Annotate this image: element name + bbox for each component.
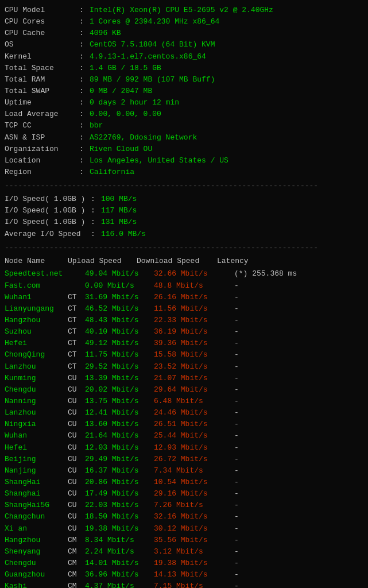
node-name: Lanzhou <box>5 407 68 419</box>
download-speed: 7.26 Mbit/s <box>154 500 234 511</box>
io-value: 100 MB/s <box>101 194 137 205</box>
download-speed: 7.34 Mbit/s <box>154 465 234 477</box>
node-type: CU <box>68 419 85 430</box>
info-label: OS <box>5 39 79 51</box>
latency: - <box>234 523 363 535</box>
node-name: Fast.com <box>5 280 68 292</box>
upload-speed: 17.49 Mbit/s <box>85 488 154 500</box>
latency: - <box>234 349 363 361</box>
header-node: Node Name <box>5 256 68 268</box>
node-name: Ningxia <box>5 419 68 430</box>
download-speed: 32.66 Mbit/s <box>154 268 234 280</box>
download-speed: 35.56 Mbit/s <box>154 535 234 546</box>
upload-speed: 11.75 Mbit/s <box>85 349 154 361</box>
node-type: CU <box>68 407 85 419</box>
node-name: Lanzhou <box>5 361 68 373</box>
upload-speed: 31.69 Mbit/s <box>85 292 154 303</box>
download-speed: 26.51 Mbit/s <box>154 419 234 430</box>
node-type: CU <box>68 384 85 396</box>
node-type: CM <box>68 581 85 588</box>
io-colon: : <box>91 194 101 205</box>
info-label: Load Average <box>5 109 79 120</box>
node-name: Shenyang <box>5 546 68 558</box>
latency: - <box>234 488 363 500</box>
node-type: CU <box>68 465 85 477</box>
table-row: ChangchunCU 18.50 Mbit/s32.16 Mbit/s- <box>5 511 363 523</box>
system-info-row: Load Average: 0.00, 0.00, 0.00 <box>5 109 363 120</box>
node-name: Suzhou <box>5 326 68 338</box>
table-row: NanjingCU 16.37 Mbit/s7.34 Mbit/s- <box>5 465 363 477</box>
latency: - <box>234 430 363 442</box>
info-colon: : <box>79 63 90 74</box>
upload-speed: 46.52 Mbit/s <box>85 303 154 315</box>
latency: - <box>234 419 363 430</box>
node-name: Changchun <box>5 511 68 523</box>
node-name: ShangHai5G <box>5 500 68 511</box>
node-name: Guangzhou <box>5 569 68 581</box>
node-type: CM <box>68 535 85 546</box>
table-row: HefeiCU 12.03 Mbit/s12.93 Mbit/s- <box>5 442 363 454</box>
download-speed: 12.93 Mbit/s <box>154 442 234 454</box>
table-row: GuangzhouCM 36.96 Mbit/s14.13 Mbit/s- <box>5 569 363 581</box>
network-table-section: Node NameUpload SpeedDownload SpeedLaten… <box>5 256 363 588</box>
latency: - <box>234 396 363 407</box>
table-row: WuhanCU 21.64 Mbit/s25.44 Mbit/s- <box>5 430 363 442</box>
info-colon: : <box>79 39 90 51</box>
upload-speed: 14.01 Mbit/s <box>85 558 154 569</box>
io-row: Average I/O Speed: 116.0 MB/s <box>5 229 363 240</box>
latency: (*) 255.368 ms <box>234 268 363 280</box>
node-type: CT <box>68 349 85 361</box>
info-label: Location <box>5 155 79 167</box>
upload-speed: 22.03 Mbit/s <box>85 500 154 511</box>
upload-speed: 13.60 Mbit/s <box>85 419 154 430</box>
node-name: ChongQing <box>5 349 68 361</box>
download-speed: 22.33 Mbit/s <box>154 315 234 326</box>
upload-speed: 20.02 Mbit/s <box>85 384 154 396</box>
upload-speed: 12.41 Mbit/s <box>85 407 154 419</box>
download-speed: 10.54 Mbit/s <box>154 477 234 488</box>
system-info-row: Location: Los Angeles, United States / U… <box>5 155 363 167</box>
node-name: Hefei <box>5 338 68 349</box>
info-colon: : <box>79 132 90 144</box>
download-speed: 29.16 Mbit/s <box>154 488 234 500</box>
node-name: Kashi <box>5 581 68 588</box>
download-speed: 36.19 Mbit/s <box>154 326 234 338</box>
info-value: AS22769, Ddosing Network <box>90 132 197 144</box>
latency: - <box>234 280 363 292</box>
node-name: Shanghai <box>5 488 68 500</box>
node-name: Xi an <box>5 523 68 535</box>
io-label: I/O Speed( 1.0GB ) <box>5 194 91 205</box>
latency: - <box>234 442 363 454</box>
table-row: LanzhouCT 29.52 Mbit/s23.52 Mbit/s- <box>5 361 363 373</box>
latency: - <box>234 361 363 373</box>
info-label: Region <box>5 167 79 178</box>
download-speed: 3.12 Mbit/s <box>154 546 234 558</box>
info-label: Total RAM <box>5 74 79 86</box>
upload-speed: 13.39 Mbit/s <box>85 373 154 384</box>
io-row: I/O Speed( 1.0GB ): 100 MB/s <box>5 194 363 205</box>
node-type: CU <box>68 454 85 465</box>
system-info-row: Kernel: 4.9.13-1.el7.centos.x86_64 <box>5 51 363 63</box>
io-value: 117 MB/s <box>101 205 137 216</box>
latency: - <box>234 315 363 326</box>
table-row: HangzhouCM 8.34 Mbit/s35.56 Mbit/s- <box>5 535 363 546</box>
latency: - <box>234 558 363 569</box>
node-name: Hefei <box>5 442 68 454</box>
table-row: Xi anCU 19.38 Mbit/s30.12 Mbit/s- <box>5 523 363 535</box>
table-row: Wuhan1CT 31.69 Mbit/s26.16 Mbit/s- <box>5 292 363 303</box>
table-row: HangzhouCT 48.43 Mbit/s22.33 Mbit/s- <box>5 315 363 326</box>
info-value: 4096 KB <box>90 28 121 39</box>
node-type: CU <box>68 373 85 384</box>
info-label: CPU Model <box>5 5 79 16</box>
info-label: Uptime <box>5 97 79 109</box>
node-name: Wuhan <box>5 430 68 442</box>
header-upload: Upload Speed <box>68 256 137 268</box>
system-info-row: CPU Cores: 1 Cores @ 2394.230 MHz x86_64 <box>5 16 363 28</box>
system-info-row: Total RAM: 89 MB / 992 MB (107 MB Buff) <box>5 74 363 86</box>
divider-1: ----------------------------------------… <box>5 181 363 190</box>
info-value: 4.9.13-1.el7.centos.x86_64 <box>90 51 206 63</box>
info-value: Los Angeles, United States / US <box>90 155 228 167</box>
upload-speed: 18.50 Mbit/s <box>85 511 154 523</box>
divider-2: ----------------------------------------… <box>5 243 363 252</box>
upload-speed: 21.64 Mbit/s <box>85 430 154 442</box>
